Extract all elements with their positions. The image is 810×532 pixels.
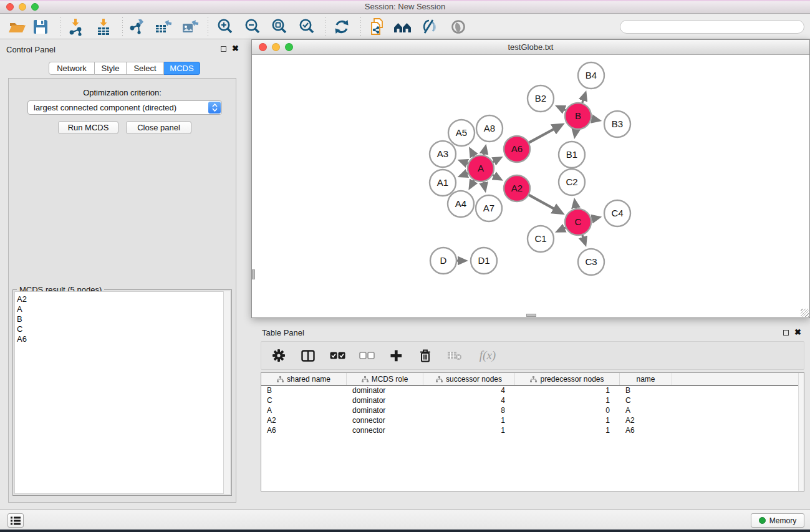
graph-edge-A-A8[interactable]	[484, 147, 486, 155]
table-row[interactable]: Bdominator41B	[261, 386, 804, 396]
graph-edge-A-A4[interactable]	[470, 180, 475, 188]
select-all-columns-button[interactable]	[329, 352, 345, 359]
zoom-fit-button[interactable]	[269, 16, 290, 37]
birds-eye-toggle-button[interactable]	[448, 16, 469, 37]
search-input[interactable]	[620, 20, 804, 34]
table-cell: 0	[515, 406, 620, 416]
control-panel-title: Control Panel	[6, 45, 55, 54]
function-builder-button[interactable]: f(x)	[476, 349, 499, 362]
table-cell: A6	[620, 426, 672, 436]
result-list-scrollbar[interactable]	[223, 291, 230, 494]
table-settings-button[interactable]	[271, 349, 287, 362]
deselect-all-columns-button[interactable]	[359, 352, 375, 359]
graph-edge-C-C4[interactable]	[591, 218, 599, 220]
mcds-result-item[interactable]: C	[17, 324, 229, 334]
graph-node-label: A7	[483, 203, 494, 213]
show-column-panel-button[interactable]	[300, 350, 316, 362]
mcds-result-list[interactable]: A2ABCA6	[14, 291, 230, 494]
create-column-button[interactable]	[388, 350, 404, 362]
toolbar-separator	[360, 17, 361, 36]
import-table-button[interactable]	[93, 16, 114, 37]
delete-column-button[interactable]	[417, 349, 433, 362]
graph-edge-B-B3[interactable]	[592, 118, 599, 120]
delete-table-icon	[447, 351, 462, 360]
tab-mcds[interactable]: MCDS	[164, 62, 200, 75]
table-row[interactable]: A2connector11A2	[261, 416, 804, 426]
tab-style[interactable]: Style	[95, 62, 127, 75]
table-cell: 1	[423, 416, 515, 426]
export-table-button[interactable]	[152, 16, 173, 37]
graph-node-label: A	[478, 163, 484, 173]
export-image-button[interactable]	[179, 16, 200, 37]
graph-edge-B-B1[interactable]	[575, 130, 576, 137]
run-mcds-button[interactable]: Run MCDS	[58, 121, 118, 134]
memory-status-icon	[759, 517, 766, 524]
network-window-titlebar[interactable]: testGlobe.txt	[252, 40, 809, 55]
graph-edge-A-A6[interactable]	[493, 158, 500, 162]
column-header-successor-nodes[interactable]: successor nodes	[423, 373, 515, 385]
graph-edge-A-A1[interactable]	[460, 173, 468, 177]
tab-select[interactable]: Select	[127, 62, 164, 75]
save-session-button[interactable]	[30, 16, 51, 37]
show-task-history-button[interactable]	[7, 513, 24, 528]
graph-edge-A-A3[interactable]	[460, 161, 468, 164]
canvas-splitter-handle[interactable]	[526, 314, 536, 317]
trash-icon	[420, 349, 431, 362]
delete-table-button[interactable]	[446, 351, 463, 360]
mcds-result-item[interactable]: B	[17, 314, 229, 324]
graph-edge-A-A5[interactable]	[470, 149, 474, 156]
ndex-button[interactable]	[392, 16, 413, 37]
graphics-details-toggle-button[interactable]	[419, 16, 440, 37]
graph-edge-A6-B[interactable]	[529, 125, 561, 142]
zoom-out-icon	[243, 17, 262, 36]
graph-edge-A2-C[interactable]	[529, 195, 561, 213]
new-network-from-selection-button[interactable]	[367, 16, 388, 37]
close-panel-icon[interactable]: ✖	[794, 329, 801, 336]
app-titlebar: Session: New Session	[0, 0, 810, 14]
column-header-shared-name[interactable]: shared name	[261, 373, 347, 385]
zoom-selected-button[interactable]	[296, 16, 317, 37]
unchecked-boxes-icon	[359, 352, 375, 359]
optimization-criterion-select[interactable]: largest connected component (directed)	[27, 100, 222, 115]
network-window: testGlobe.txt B4B2BB3A8A5A6A3B1AC2A1A2A4…	[251, 39, 810, 318]
column-header-name[interactable]: name	[620, 373, 672, 385]
mcds-tab-content: Optimization criterion: largest connecte…	[8, 78, 236, 503]
graph-edge-B-B2[interactable]	[557, 107, 566, 110]
table-row[interactable]: A6connector11A6	[261, 426, 804, 436]
close-panel-icon[interactable]: ✖	[232, 46, 239, 52]
window-resize-grip[interactable]	[801, 309, 809, 317]
import-network-button[interactable]	[65, 16, 86, 37]
open-session-button[interactable]	[6, 16, 27, 37]
zoom-in-button[interactable]	[215, 16, 236, 37]
zoom-out-button[interactable]	[242, 16, 263, 37]
float-panel-icon[interactable]	[221, 46, 226, 52]
graph-node-label: A5	[456, 127, 467, 138]
table-cell: A	[620, 406, 672, 416]
graph-edge-A-A2[interactable]	[493, 175, 500, 180]
column-header-MCDS-role[interactable]: MCDS role	[347, 373, 423, 385]
save-floppy-icon	[32, 18, 49, 36]
export-network-button[interactable]	[126, 16, 147, 37]
memory-button[interactable]: Memory	[751, 513, 804, 528]
table-row[interactable]: Adominator80A	[261, 406, 804, 416]
canvas-splitter-handle[interactable]	[252, 269, 255, 279]
graph-edge-C-C1[interactable]	[557, 228, 566, 231]
close-panel-button[interactable]: Close panel	[126, 121, 191, 134]
table-cell: B	[261, 386, 347, 396]
table-row[interactable]: Cdominator41C	[261, 396, 804, 406]
mcds-result-item[interactable]: A6	[17, 334, 229, 344]
graph-edge-C-C2[interactable]	[575, 201, 576, 209]
mcds-result-item[interactable]: A	[17, 304, 229, 314]
tab-network[interactable]: Network	[49, 62, 95, 75]
float-panel-icon[interactable]	[783, 330, 789, 336]
graph-edge-C-C3[interactable]	[582, 235, 586, 244]
table-cell: 1	[515, 426, 620, 436]
table-scrollbar[interactable]	[798, 373, 804, 491]
column-header-predecessor-nodes[interactable]: predecessor nodes	[515, 373, 620, 385]
graph-edge-A-A7[interactable]	[483, 182, 485, 190]
apply-layout-button[interactable]	[331, 16, 352, 37]
mcds-result-item[interactable]: A2	[17, 294, 229, 304]
network-canvas[interactable]: B4B2BB3A8A5A6A3B1AC2A1A2A4A7C4CC1C3DD1	[252, 56, 809, 317]
graph-node-label: A8	[484, 123, 495, 133]
graph-edge-B-B4[interactable]	[582, 94, 586, 104]
